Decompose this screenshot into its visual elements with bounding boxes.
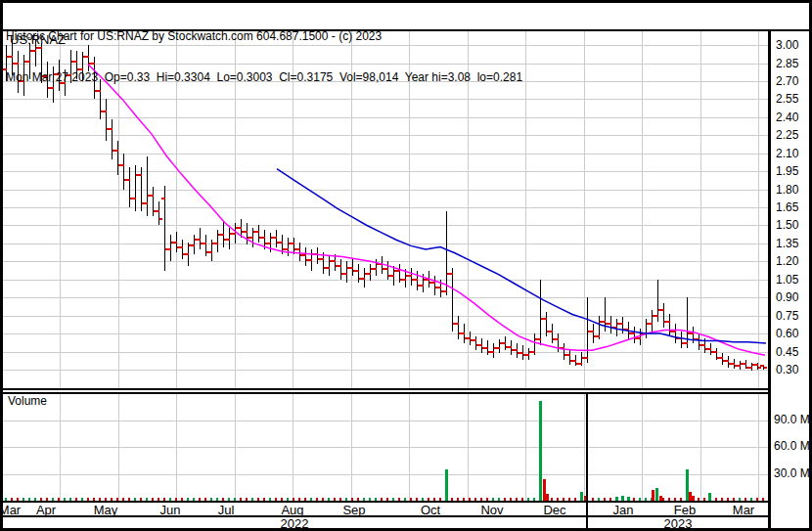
price-tick-label: 1.20 (776, 254, 798, 268)
month-axis-label: Aug (281, 503, 303, 517)
price-tick-label: 1.35 (776, 237, 798, 250)
price-tick-label: 2.25 (776, 128, 798, 142)
price-tick-label: 1.80 (776, 183, 798, 197)
stock-chart-window: Historic Chart for US:RNAZ by Stockwatch… (0, 0, 812, 531)
ticker-label: US:RNAZ (10, 32, 66, 47)
month-axis-label: Jan (613, 503, 634, 517)
price-tick-label: 0.75 (776, 309, 798, 323)
price-tick-label: 1.05 (776, 273, 798, 287)
month-axis-label: Oct (421, 503, 440, 517)
price-tick-label: 2.55 (776, 92, 798, 106)
price-tick-label: 0.45 (776, 345, 798, 359)
price-tick-label: 2.10 (776, 147, 798, 160)
month-axis-label: Apr (36, 503, 56, 517)
price-tick-label: 1.65 (776, 200, 798, 214)
month-axis-label: Sep (342, 503, 365, 517)
price-tick-label: 1.50 (776, 218, 798, 232)
price-tick-label: 2.70 (776, 74, 798, 88)
ma-long-blue-line (277, 169, 766, 343)
month-axis-label: Dec (543, 503, 565, 517)
price-tick-label: 0.90 (776, 290, 798, 304)
price-tick-label: 0.60 (776, 327, 798, 340)
chart-title: Historic Chart for US:RNAZ by Stockwatch… (6, 29, 522, 43)
month-axis-label: Jun (160, 503, 181, 517)
volume-pane-label: Volume (8, 394, 47, 408)
month-axis-label: Mar (0, 503, 21, 517)
volume-tick-label: 90.0 M (774, 413, 810, 426)
month-axis-label: Jul (218, 503, 235, 517)
price-tick-label: 0.30 (776, 363, 798, 376)
month-axis-label: May (94, 503, 118, 517)
month-axis-label: Nov (480, 503, 503, 517)
price-tick-label: 3.00 (776, 38, 798, 52)
year-axis-label: 2023 (664, 516, 693, 531)
chart-header: Historic Chart for US:RNAZ by Stockwatch… (6, 2, 522, 111)
month-axis-label: Feb (674, 503, 696, 517)
year-axis-label: 2022 (281, 516, 309, 531)
month-axis-label: Mar (733, 503, 754, 517)
volume-tick-label: 30.0 M (774, 466, 810, 480)
price-tick-label: 1.95 (776, 164, 798, 178)
price-tick-label: 2.85 (776, 57, 798, 70)
volume-tick-label: 60.0 M (774, 439, 810, 453)
price-tick-label: 2.40 (776, 111, 798, 124)
chart-ohlc-summary: Mon Mar 27 2023 Op=0.33 Hi=0.3304 Lo=0.3… (6, 70, 522, 84)
